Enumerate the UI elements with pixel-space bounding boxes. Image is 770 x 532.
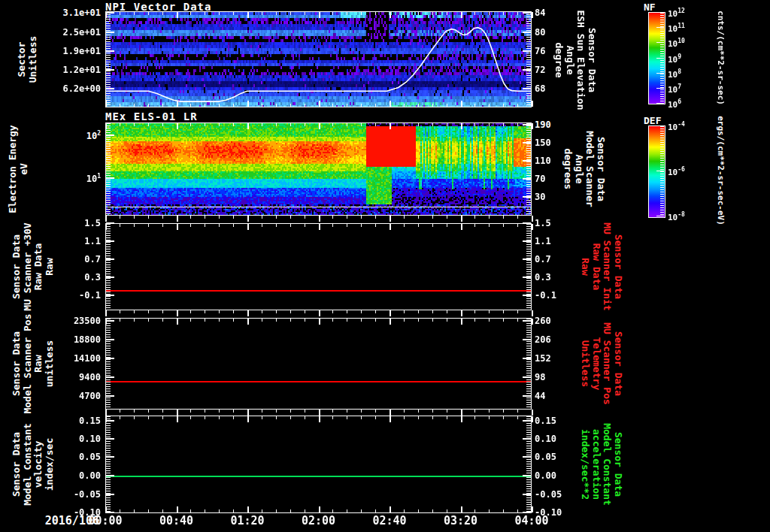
x-tick	[474, 12, 475, 15]
x-tick	[489, 509, 490, 512]
x-tick	[177, 101, 178, 107]
x-tick	[503, 12, 504, 15]
x-tick	[404, 12, 405, 15]
els-spectrogram-canvas[interactable]	[106, 123, 531, 215]
x-tick	[390, 319, 391, 325]
y-tick-label: 0.3	[535, 272, 576, 283]
x-tick	[134, 509, 135, 512]
y-tick-label: 110	[535, 156, 576, 166]
x-tick	[190, 310, 191, 313]
y-tick-label: 2.5e+01	[42, 27, 101, 38]
x-tick	[532, 224, 533, 230]
x-tick	[105, 416, 107, 422]
x-tick	[361, 123, 362, 126]
x-tick	[418, 12, 419, 15]
x-tick	[390, 12, 391, 18]
x-tick	[233, 12, 234, 15]
x-tick	[474, 224, 475, 227]
x-tick	[276, 123, 277, 126]
x-tick	[233, 104, 234, 107]
x-tick	[532, 12, 533, 18]
x-tick	[532, 310, 533, 316]
x-tick	[247, 123, 249, 129]
x-tick	[404, 216, 405, 219]
panel3-right-axis-title: Sensor Data MU Scanner Init Raw Data Raw	[580, 222, 623, 310]
y-tick-label: 0.05	[535, 452, 576, 462]
y-minor-ticks-right	[526, 319, 531, 409]
x-tick	[432, 509, 433, 512]
y-tick-label: 84	[535, 8, 576, 18]
x-tick	[120, 319, 120, 322]
x-tick	[120, 410, 120, 413]
colorbar-tick-label: 1011	[668, 23, 702, 34]
x-tick	[162, 319, 163, 322]
y-tick-label: -0.1	[535, 290, 576, 301]
x-tick	[361, 319, 362, 322]
panel-mu-scanner-30v[interactable]	[105, 223, 532, 310]
y-tick-label: 1.1	[535, 236, 576, 246]
panel-model-constant-velocity[interactable]	[105, 416, 532, 513]
x-tick	[134, 104, 135, 107]
x-tick	[190, 416, 191, 419]
x-tick	[276, 224, 277, 227]
x-tick	[205, 224, 205, 227]
x-tick	[290, 123, 291, 126]
x-tick	[503, 224, 504, 227]
y-tick-label: 0.7	[42, 254, 101, 264]
y-tick-label: 0.00	[42, 470, 101, 481]
x-tick	[375, 224, 376, 227]
x-tick	[432, 310, 433, 313]
x-tick	[247, 12, 249, 18]
x-tick	[432, 319, 433, 322]
x-tick	[305, 410, 305, 413]
y-tick-label: 101	[42, 173, 101, 184]
x-tick	[447, 12, 447, 15]
x-tick	[532, 506, 533, 512]
x-tick	[532, 216, 533, 222]
x-tick	[375, 410, 376, 413]
y-tick-label: 68	[535, 83, 576, 94]
colorbar-minor-ticks	[660, 13, 664, 102]
x-tick	[233, 224, 234, 227]
x-tick	[361, 509, 362, 512]
x-tick	[319, 310, 320, 316]
y-tick-label: 0.10	[535, 434, 576, 444]
x-tick	[262, 123, 262, 126]
colorbar-tick	[656, 103, 664, 104]
panel-npi-spectrogram[interactable]	[105, 11, 532, 107]
x-tick	[447, 310, 447, 313]
x-tick	[148, 410, 149, 413]
x-tick	[162, 416, 163, 419]
x-tick	[219, 12, 220, 15]
x-tick	[390, 123, 391, 129]
x-tick	[177, 506, 178, 512]
x-tick	[474, 416, 475, 419]
x-tick	[290, 410, 291, 413]
x-tick	[489, 410, 490, 413]
x-tick	[447, 123, 447, 126]
x-tick	[489, 224, 490, 227]
x-tick	[162, 216, 163, 219]
x-tick	[347, 310, 347, 313]
x-tick	[134, 224, 135, 227]
x-tick	[361, 310, 362, 313]
x-tick	[332, 416, 333, 419]
x-tick	[503, 416, 504, 419]
x-tick	[474, 410, 475, 413]
panel-els-spectrogram[interactable]	[105, 122, 532, 216]
y-minor-ticks-left	[106, 123, 111, 215]
colorbar-def-title: DEF	[644, 115, 661, 126]
x-tick	[418, 123, 419, 126]
x-tick	[375, 104, 376, 107]
x-tick	[517, 216, 518, 219]
panel1-left-axis-title: Sector Unitless	[17, 36, 38, 83]
x-tick	[461, 216, 462, 222]
x-tick	[418, 416, 419, 419]
colorbar-tick-label: 1010	[668, 38, 702, 49]
x-tick	[404, 509, 405, 512]
x-tick	[474, 123, 475, 126]
x-tick	[190, 104, 191, 107]
x-tick	[219, 216, 220, 219]
x-tick	[134, 410, 135, 413]
panel-model-scanner-pos[interactable]	[105, 318, 532, 410]
